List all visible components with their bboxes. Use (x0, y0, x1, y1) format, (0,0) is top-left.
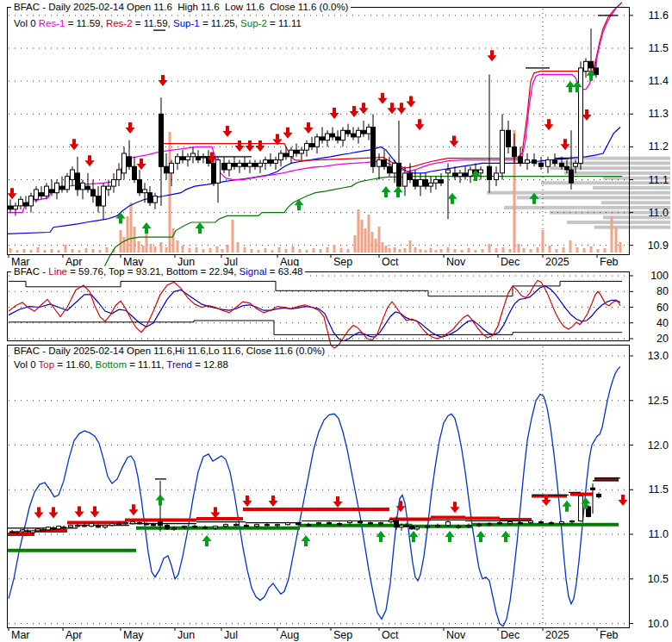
header-text: = 63.48 (267, 266, 303, 277)
panel-plot-area[interactable] (7, 271, 629, 340)
x-tick-label: Apr (65, 629, 82, 641)
y-tick-label: 11.1 (649, 174, 669, 186)
x-tick-label: Dec (501, 629, 520, 641)
x-tick-label: 2025 (545, 256, 569, 268)
y-tick-label: 11.5 (649, 42, 669, 54)
y-tick-label: 60 (656, 302, 669, 314)
y-tick-label: 11.0 (649, 207, 669, 219)
chart-canvas: 11.611.511.411.311.211.111.010.910080604… (0, 0, 672, 642)
y-tick-label: 10.5 (648, 573, 669, 585)
header-text: Sup-1 (173, 18, 200, 28)
x-tick-label: Jul (224, 629, 238, 641)
header-text: Vol 0 (14, 359, 39, 370)
header-text: = 11.59, (65, 18, 105, 28)
x-tick-label: Nov (446, 629, 466, 641)
x-tick-label: Dec (501, 256, 520, 268)
panel-oscillator: 10080604020 (7, 270, 669, 348)
y-tick-label: 11.5 (649, 483, 669, 496)
panel1-title: BFAC - Daily 2025-02-14 Open 11.6 High 1… (11, 2, 351, 13)
panel1-subtitle: Vol 0 Res-1 = 11.59, Res-2 = 11.59, Sup-… (11, 18, 304, 29)
x-tick-label: 2025 (545, 629, 569, 641)
header-text: Bottom (96, 359, 127, 370)
panel-trend: 13.012.512.011.511.010.510.0 (7, 345, 669, 630)
y-tick-label: 11.6 (649, 9, 669, 22)
y-tick-label: 11.2 (649, 140, 669, 153)
panel3-title: BFAC - Daily 2025-02-14 Open 11.6,Hi 11.… (11, 346, 327, 357)
header-text: BFAC - (14, 266, 48, 277)
header-text: Sup-2 (240, 18, 267, 28)
y-tick-label: 40 (656, 317, 669, 329)
y-tick-label: 20 (656, 333, 669, 345)
x-tick-label: Oct (382, 629, 399, 641)
y-tick-label: 11.0 (649, 528, 669, 540)
x-tick-label: Feb (600, 256, 619, 268)
panel-plot-area[interactable] (7, 7, 629, 254)
panel2-title: BFAC - Line = 59.76, Top = 93.21, Bottom… (11, 266, 305, 277)
header-text: = 11.59, (133, 18, 173, 28)
x-tick-label: May (123, 629, 144, 641)
y-tick-label: 80 (656, 285, 669, 297)
panel-price: 11.611.511.411.311.211.111.010.9 (7, 3, 670, 278)
header-text: = 59.76, Top = 93.21, Bottom = 22.94, (67, 266, 240, 277)
y-tick-label: 10.0 (648, 618, 669, 630)
header-text: Trend (166, 359, 192, 370)
header-text: = 11.25, (200, 18, 240, 28)
header-text: = 11.60, (54, 359, 95, 370)
x-tick-label: Mar (11, 629, 30, 641)
x-tick-label: Sep (333, 629, 352, 641)
x-tick-label: Jun (177, 629, 195, 641)
header-text: = 11.11 (267, 18, 302, 28)
header-text: Vol 0 (14, 18, 39, 28)
x-axis: MarAprMayJunJulAugSepOctNovDec2025Feb (9, 627, 619, 641)
header-text: Top (39, 359, 55, 370)
header-text: = 12.88 (192, 359, 228, 370)
y-tick-label: 11.3 (649, 108, 669, 120)
charting-window: 11.611.511.411.311.211.111.010.910080604… (0, 0, 672, 642)
header-text: BFAC - Daily 2025-02-14 Open 11.6,Hi 11.… (14, 346, 325, 356)
y-tick-label: 12.0 (648, 439, 669, 452)
x-tick-label: Nov (446, 256, 466, 268)
y-tick-label: 11.4 (649, 75, 669, 87)
y-tick-label: 12.5 (648, 395, 669, 407)
y-tick-label: 100 (650, 270, 669, 282)
x-tick-label: Sep (333, 256, 352, 268)
header-text: = 11.11, (127, 359, 166, 370)
x-tick-label: Feb (600, 629, 619, 641)
header-text: Res-2 (106, 18, 133, 28)
x-tick-label: Aug (280, 629, 299, 641)
panel3-subtitle: Vol 0 Top = 11.60, Bottom = 11.11, Trend… (11, 359, 231, 371)
header-text: Signal (240, 266, 267, 277)
x-tick-label: Oct (382, 256, 399, 268)
y-tick-label: 10.9 (648, 240, 669, 252)
header-text: BFAC - Daily 2025-02-14 Open 11.6 High 1… (14, 2, 348, 12)
y-tick-label: 13.0 (648, 350, 669, 362)
header-text: Res-1 (39, 18, 65, 28)
header-text: Line (48, 266, 67, 277)
panel-plot-area[interactable] (7, 345, 629, 627)
